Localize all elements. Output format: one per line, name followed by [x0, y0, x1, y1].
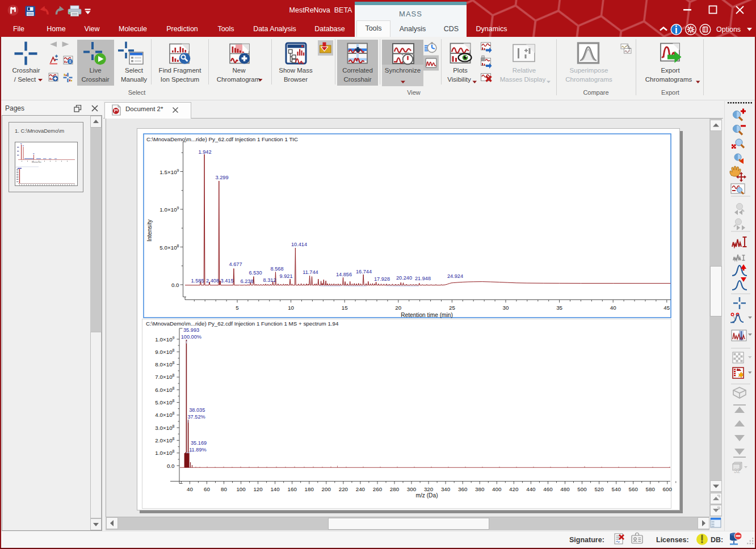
- svg-text:Intensity: Intensity: [146, 219, 153, 242]
- svg-text:460: 460: [543, 486, 553, 492]
- svg-text:8: 8: [69, 60, 72, 64]
- svg-text:1.0×109: 1.0×109: [159, 206, 179, 213]
- svg-text:10.414: 10.414: [291, 242, 307, 247]
- svg-text:240: 240: [356, 486, 366, 492]
- svg-text:Crosshair: Crosshair: [343, 76, 371, 83]
- svg-text:360: 360: [458, 486, 468, 492]
- svg-text:520: 520: [594, 486, 604, 492]
- svg-text:1.0×108: 1.0×108: [155, 449, 174, 456]
- svg-text:1.585: 1.585: [191, 278, 204, 284]
- svg-text:380: 380: [475, 486, 485, 492]
- svg-text:Chromatograms: Chromatograms: [565, 76, 612, 83]
- svg-text:140: 140: [270, 486, 280, 492]
- svg-text:8.568: 8.568: [271, 266, 284, 272]
- svg-text:DB:: DB:: [711, 536, 723, 544]
- svg-text:180: 180: [305, 486, 314, 492]
- svg-text:30: 30: [503, 305, 509, 311]
- svg-text:10: 10: [288, 305, 294, 311]
- svg-text:540: 540: [612, 486, 621, 492]
- svg-text:4.677: 4.677: [229, 261, 242, 267]
- svg-text:Masses Display: Masses Display: [500, 76, 546, 83]
- svg-text:280: 280: [390, 486, 400, 492]
- svg-text:Manually: Manually: [121, 76, 147, 83]
- svg-text:Signature:: Signature:: [569, 536, 604, 544]
- svg-text:Browser: Browser: [284, 76, 308, 83]
- svg-text:1.5×109: 1.5×109: [159, 168, 179, 175]
- svg-text:21.948: 21.948: [415, 276, 431, 281]
- svg-text:580: 580: [646, 486, 656, 492]
- svg-text:8.312: 8.312: [263, 277, 276, 283]
- svg-text:35.169: 35.169: [191, 440, 207, 446]
- svg-text:260: 260: [373, 486, 383, 492]
- svg-text:5.0×108: 5.0×108: [155, 399, 174, 406]
- svg-text:9.921: 9.921: [280, 273, 293, 279]
- svg-text:Superimpose: Superimpose: [570, 67, 608, 74]
- svg-text:Retention time: Retention time: [32, 161, 41, 163]
- svg-text:16.744: 16.744: [356, 269, 372, 274]
- svg-text:300: 300: [407, 486, 417, 492]
- svg-text:11.89%: 11.89%: [189, 447, 206, 453]
- svg-text:Select: Select: [128, 89, 146, 96]
- svg-text:35: 35: [556, 305, 562, 311]
- svg-text:Live: Live: [89, 67, 101, 74]
- svg-text:Crosshair: Crosshair: [81, 76, 109, 83]
- svg-text:25: 25: [449, 305, 455, 311]
- svg-text:Find Fragment: Find Fragment: [159, 67, 202, 74]
- svg-text:Visibility: Visibility: [447, 76, 471, 83]
- svg-text:320: 320: [424, 486, 434, 492]
- svg-text:C:\MnovaDemo\m...ride) Py_62.c: C:\MnovaDemo\m...ride) Py_62.cdf Injecti…: [146, 136, 298, 142]
- svg-text:45: 45: [663, 305, 670, 311]
- svg-text:480: 480: [560, 486, 570, 492]
- svg-text:Relative: Relative: [513, 67, 536, 74]
- svg-text:600: 600: [663, 486, 673, 492]
- svg-text:Compare: Compare: [583, 89, 608, 96]
- svg-text:Chromatograms: Chromatograms: [645, 76, 692, 83]
- svg-text:C:\MnovaDemo\m...ride) Py_62.c: C:\MnovaDemo\m...ride) Py_62.cdf Injecti…: [146, 320, 339, 327]
- svg-text:7.0×108: 7.0×108: [155, 373, 174, 380]
- svg-text:Correlated: Correlated: [342, 67, 373, 74]
- svg-text:11.744: 11.744: [303, 269, 318, 275]
- svg-text:Show Mass: Show Mass: [279, 67, 313, 74]
- svg-text:View: View: [407, 89, 421, 96]
- svg-text:Ion Spectrum: Ion Spectrum: [161, 76, 199, 83]
- svg-text:14.856: 14.856: [336, 272, 352, 277]
- svg-text:120: 120: [253, 486, 263, 492]
- svg-text:Export: Export: [661, 89, 679, 96]
- svg-text:2.408: 2.408: [206, 278, 219, 284]
- svg-text:20: 20: [395, 305, 401, 311]
- svg-text:160: 160: [288, 486, 297, 492]
- svg-text:32: 32: [734, 468, 741, 474]
- svg-text:1.0×109: 1.0×109: [155, 336, 174, 343]
- svg-text:0.0: 0.0: [171, 282, 179, 288]
- svg-text:Licenses:: Licenses:: [656, 536, 689, 544]
- svg-text:40: 40: [187, 486, 193, 492]
- svg-text:24.924: 24.924: [447, 273, 463, 279]
- svg-text:560: 560: [629, 486, 639, 492]
- svg-text:38.035: 38.035: [189, 407, 205, 413]
- svg-text:Select: Select: [125, 67, 144, 74]
- svg-text:100: 100: [236, 486, 246, 492]
- svg-text:Retention time (min): Retention time (min): [401, 312, 453, 318]
- svg-text:440: 440: [526, 486, 536, 492]
- svg-text:/ Select: / Select: [14, 76, 36, 83]
- svg-text:New: New: [232, 67, 246, 74]
- svg-text:Plots: Plots: [453, 67, 468, 74]
- svg-text:80: 80: [221, 486, 227, 492]
- svg-text:6.530: 6.530: [249, 270, 262, 276]
- svg-text:15: 15: [342, 305, 348, 311]
- svg-text:5: 5: [236, 305, 239, 311]
- svg-text:0.0: 0.0: [167, 463, 175, 469]
- svg-text:Crosshair: Crosshair: [12, 67, 40, 74]
- svg-text:Options: Options: [716, 26, 741, 33]
- svg-text:m/z (Da): m/z (Da): [415, 492, 438, 499]
- svg-text:6.238: 6.238: [241, 278, 254, 284]
- svg-text:100.00%: 100.00%: [181, 334, 201, 340]
- svg-text:340: 340: [441, 486, 451, 492]
- svg-text:1.942: 1.942: [199, 149, 212, 155]
- svg-text:8.0×108: 8.0×108: [155, 361, 174, 368]
- svg-text:35.993: 35.993: [183, 327, 199, 333]
- svg-text:60: 60: [204, 486, 210, 492]
- svg-text:220: 220: [339, 486, 348, 492]
- svg-text:500: 500: [577, 486, 587, 492]
- svg-text:420: 420: [509, 486, 519, 492]
